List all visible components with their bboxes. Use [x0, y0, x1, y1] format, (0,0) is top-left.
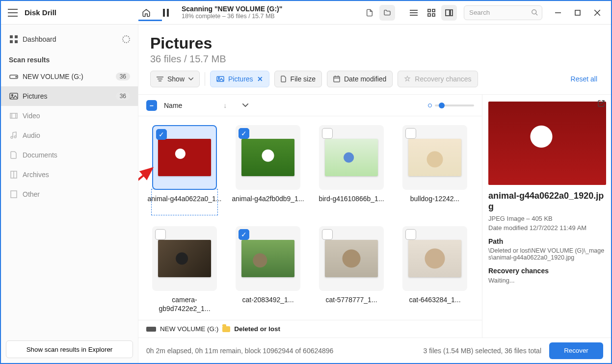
file-tile[interactable]: camera-gb9d7422e2_1... — [146, 226, 223, 313]
chevron-down-icon — [188, 78, 193, 80]
selection-summary: 3 files (1.54 MB) selected, 36 files tot… — [424, 347, 541, 355]
file-name: bird-g41610866b_1... — [313, 195, 390, 212]
show-in-explorer-button[interactable]: Show scan results in Explorer — [6, 340, 133, 358]
sidebar-item-pictures[interactable]: Pictures 36 — [1, 86, 138, 106]
filter-label: Date modified — [344, 75, 386, 83]
sidebar-item-volume[interactable]: NEW VOLUME (G:) 36 — [1, 67, 138, 86]
preview-meta: JPEG Image – 405 KB — [488, 215, 605, 222]
sidebar-dashboard[interactable]: Dashboard — [1, 29, 138, 49]
file-checkbox[interactable]: ✓ — [239, 229, 249, 240]
select-all-checkbox[interactable]: – — [146, 100, 157, 111]
view-preview-button[interactable] — [441, 5, 457, 21]
sidebar-item-archives[interactable]: Archives — [1, 165, 138, 184]
thumbnail-image — [325, 139, 378, 176]
count-badge: 36 — [116, 92, 130, 100]
reset-all-link[interactable]: Reset all — [571, 75, 599, 83]
file-tile[interactable]: ✓animal-g4a2fb0db9_1... — [230, 125, 306, 212]
thumbnail-zoom-slider[interactable] — [428, 104, 474, 107]
minimize-button[interactable] — [549, 4, 567, 22]
file-tile[interactable]: bird-g41610866b_1... — [313, 125, 390, 212]
sidebar-dashboard-label: Dashboard — [23, 35, 56, 43]
maximize-button[interactable] — [569, 4, 586, 22]
file-checkbox[interactable] — [405, 128, 416, 139]
pause-button[interactable] — [158, 5, 174, 21]
thumbnail-image — [241, 240, 294, 277]
divider — [205, 72, 205, 86]
thumbnail-image — [158, 139, 211, 176]
breadcrumb: NEW VOLUME (G:) Deleted or lost — [138, 320, 482, 338]
filter-filesize[interactable]: File size — [274, 71, 322, 87]
sidebar-item-video[interactable]: Video — [1, 106, 138, 126]
search-input[interactable] — [464, 5, 542, 20]
audio-icon — [9, 131, 19, 139]
sidebar-item-documents[interactable]: Documents — [1, 145, 138, 165]
column-name[interactable]: Name — [164, 102, 182, 109]
drive-icon — [146, 327, 156, 332]
sort-arrow-icon[interactable]: ↓ — [223, 102, 227, 109]
home-button[interactable] — [138, 5, 154, 21]
title-bar: Disk Drill Scanning "NEW VOLUME (G:)" 18… — [1, 1, 611, 25]
thumbnail-wrap: ✓ — [152, 125, 217, 190]
file-checkbox[interactable] — [405, 229, 416, 240]
sidebar-item-label: Documents — [23, 151, 57, 159]
filter-recovery[interactable]: Recovery chances — [398, 71, 478, 87]
file-tile[interactable]: cat-5778777_1... — [313, 226, 390, 313]
sidebar: Dashboard Scan results NEW VOLUME (G:) 3… — [1, 25, 138, 363]
file-checkbox[interactable]: ✓ — [239, 128, 249, 139]
filter-label: Pictures — [228, 75, 253, 83]
chevron-down-icon[interactable] — [242, 104, 248, 107]
thumbnail-wrap — [319, 125, 384, 190]
remove-filter-icon[interactable]: ✕ — [257, 75, 263, 83]
file-icon — [281, 76, 287, 82]
drive-icon — [9, 74, 19, 79]
file-checkbox[interactable] — [322, 128, 333, 139]
preview-panel: animal-g44a0622a0_1920.jpg JPEG Image – … — [482, 95, 611, 338]
breadcrumb-drive[interactable]: NEW VOLUME (G:) — [160, 325, 218, 333]
svg-rect-5 — [428, 9, 430, 12]
filter-bar: Show Pictures ✕ File size Date modified … — [138, 71, 611, 94]
sidebar-item-audio[interactable]: Audio — [1, 126, 138, 145]
sidebar-heading: Scan results — [1, 49, 138, 67]
svg-rect-0 — [163, 9, 165, 17]
svg-rect-32 — [11, 191, 17, 198]
popout-icon[interactable] — [597, 100, 605, 107]
svg-point-22 — [16, 77, 17, 78]
file-tile[interactable]: ✓cat-2083492_1... — [230, 226, 306, 313]
file-tile[interactable]: cat-6463284_1... — [397, 226, 473, 313]
app-title: Disk Drill — [25, 8, 56, 17]
count-badge: 36 — [116, 73, 130, 80]
sidebar-item-label: Other — [23, 190, 40, 198]
preview-date: Date modified 12/7/2022 11:49 AM — [488, 224, 605, 232]
file-checkbox[interactable] — [155, 229, 166, 240]
folder-icon-button[interactable] — [379, 5, 395, 21]
view-grid-button[interactable] — [424, 5, 439, 21]
file-icon-button[interactable] — [362, 5, 377, 21]
breadcrumb-folder[interactable]: Deleted or lost — [234, 325, 280, 333]
sidebar-item-other[interactable]: Other — [1, 184, 138, 204]
loading-spinner-icon — [122, 35, 130, 43]
filter-datemodified[interactable]: Date modified — [327, 71, 393, 87]
view-list-button[interactable] — [406, 5, 422, 21]
file-tile[interactable]: ✓animal-g44a0622a0_1... — [146, 125, 223, 212]
svg-rect-18 — [15, 35, 18, 38]
menu-icon[interactable] — [8, 9, 18, 17]
sidebar-item-label: Archives — [23, 171, 49, 179]
thumbnail-wrap — [319, 226, 384, 291]
file-checkbox[interactable]: ✓ — [156, 129, 167, 140]
svg-rect-20 — [15, 40, 18, 43]
preview-path-heading: Path — [488, 237, 605, 245]
sidebar-item-label: NEW VOLUME (G:) — [23, 73, 83, 80]
close-button[interactable] — [588, 4, 606, 22]
filter-pictures-chip[interactable]: Pictures ✕ — [210, 71, 269, 87]
scan-status-title: Scanning "NEW VOLUME (G:)" — [182, 5, 282, 13]
thumbnail-wrap — [152, 226, 217, 291]
file-name: animal-g44a0622a0_1... — [146, 195, 223, 212]
file-name: cat-6463284_1... — [397, 296, 473, 313]
folder-icon — [222, 326, 230, 332]
file-checkbox[interactable] — [322, 229, 333, 240]
file-name: bulldog-12242... — [397, 195, 473, 212]
show-dropdown[interactable]: Show — [150, 71, 200, 87]
thumbnail-wrap — [402, 125, 467, 190]
file-tile[interactable]: bulldog-12242... — [397, 125, 473, 212]
recover-button[interactable]: Recover — [549, 342, 603, 359]
